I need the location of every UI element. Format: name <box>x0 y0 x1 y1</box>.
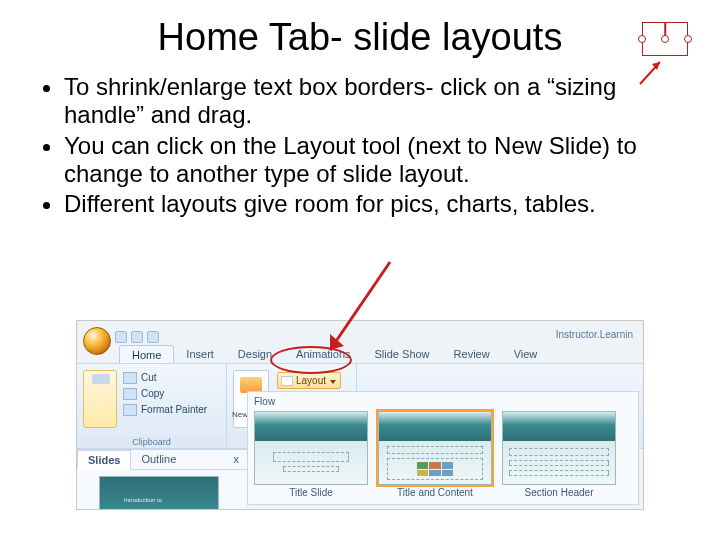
clipboard-group: Cut Copy Format Painter Clipboard <box>77 364 227 448</box>
office-button-icon[interactable] <box>83 327 111 355</box>
copy-button[interactable]: Copy <box>123 386 207 402</box>
format-painter-button[interactable]: Format Painter <box>123 402 207 418</box>
quick-access-toolbar[interactable] <box>115 331 159 343</box>
slide-thumbnail[interactable]: Introduction to <box>99 476 219 510</box>
layout-gallery: Flow Title Slide Title and Content Secti… <box>247 391 639 505</box>
qat-redo-icon[interactable] <box>147 331 159 343</box>
slides-outline-pane: Slides Outline x 1 Introduction to <box>77 449 247 509</box>
layout-thumb-title-and-content[interactable]: Title and Content <box>378 411 492 498</box>
pane-tab-outline[interactable]: Outline <box>131 450 186 469</box>
ribbon-tabs: Home Insert Design Animations Slide Show… <box>119 345 549 363</box>
slide-title: Home Tab- slide layouts <box>0 0 720 67</box>
bullet-list: To shrink/enlarge text box borders- clic… <box>0 67 720 219</box>
cut-button[interactable]: Cut <box>123 370 207 386</box>
bullet-item: Different layouts give room for pics, ch… <box>64 190 680 218</box>
group-label: Clipboard <box>77 437 226 447</box>
sizing-handle-diagram <box>642 22 688 56</box>
layout-thumb-title-slide[interactable]: Title Slide <box>254 411 368 498</box>
thumb-label: Title Slide <box>254 487 368 498</box>
tab-animations[interactable]: Animations <box>284 345 362 363</box>
tab-home[interactable]: Home <box>119 345 174 363</box>
tab-slide-show[interactable]: Slide Show <box>363 345 442 363</box>
qat-undo-icon[interactable] <box>131 331 143 343</box>
thumb-label: Title and Content <box>378 487 492 498</box>
layout-button[interactable]: Layout <box>277 372 341 389</box>
thumb-label: Section Header <box>502 487 616 498</box>
layout-thumb-section-header[interactable]: Section Header <box>502 411 616 498</box>
pane-close-button[interactable]: x <box>226 450 248 469</box>
tab-review[interactable]: Review <box>442 345 502 363</box>
tab-view[interactable]: View <box>502 345 550 363</box>
tab-design[interactable]: Design <box>226 345 284 363</box>
pane-tab-slides[interactable]: Slides <box>77 450 131 470</box>
document-title-text: Instructor.Learnin <box>556 329 633 340</box>
qat-save-icon[interactable] <box>115 331 127 343</box>
gallery-theme-title: Flow <box>254 396 632 407</box>
slide-thumbnail-text: Introduction to <box>124 497 162 503</box>
bullet-item: To shrink/enlarge text box borders- clic… <box>64 73 680 130</box>
powerpoint-ribbon-screenshot: Instructor.Learnin Home Insert Design An… <box>76 320 644 510</box>
tab-insert[interactable]: Insert <box>174 345 226 363</box>
bullet-item: You can click on the Layout tool (next t… <box>64 132 680 189</box>
paste-button[interactable] <box>83 370 117 428</box>
